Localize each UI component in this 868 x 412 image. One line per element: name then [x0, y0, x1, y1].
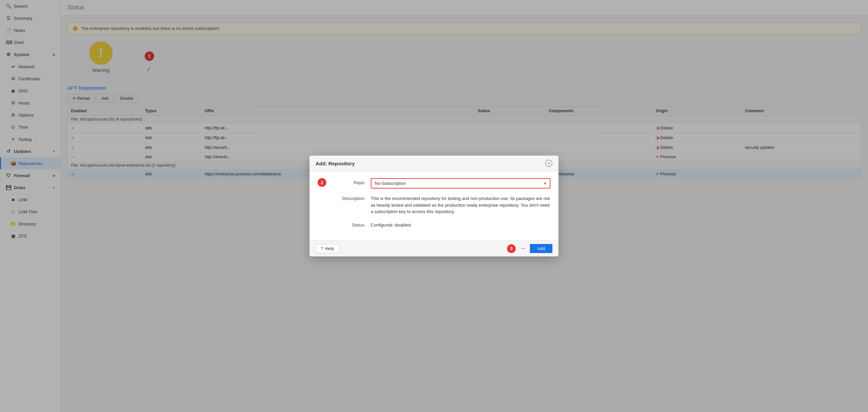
status-text: Configured: disabled [371, 220, 550, 229]
description-form-row: Description: This is the recommended rep… [318, 194, 550, 215]
step3-arrow: → [520, 245, 526, 252]
add-repository-modal: Add: Repository ✕ 2 Repo: No-Subscriptio… [310, 156, 558, 256]
step3-badge: 3 [507, 244, 516, 253]
modal-title: Add: Repository [316, 161, 355, 166]
repo-select-wrapper: No-Subscription Enterprise Test ▼ [371, 178, 550, 188]
modal-body: 2 Repo: No-Subscription Enterprise Test … [310, 171, 558, 240]
description-label: Description: [318, 194, 365, 201]
status-label: Status: [318, 220, 365, 228]
step2-badge: 2 [318, 178, 326, 187]
modal-header: Add: Repository ✕ [310, 156, 558, 171]
modal-close-button[interactable]: ✕ [545, 160, 552, 167]
question-mark-icon: ? [321, 246, 323, 251]
status-form-row: Status: Configured: disabled [318, 220, 550, 229]
description-text: This is the recommended repository for t… [371, 194, 550, 215]
modal-overlay[interactable]: Add: Repository ✕ 2 Repo: No-Subscriptio… [0, 0, 868, 412]
repo-form-row: 2 Repo: No-Subscription Enterprise Test … [318, 178, 550, 188]
repo-label: Repo: [332, 178, 365, 185]
modal-footer: ? Help 3 → Add [310, 240, 558, 256]
help-button[interactable]: ? Help [316, 244, 339, 253]
repo-select[interactable]: No-Subscription Enterprise Test [371, 178, 550, 188]
modal-footer-right: 3 → Add [507, 244, 552, 253]
modal-add-button[interactable]: Add [530, 244, 552, 253]
